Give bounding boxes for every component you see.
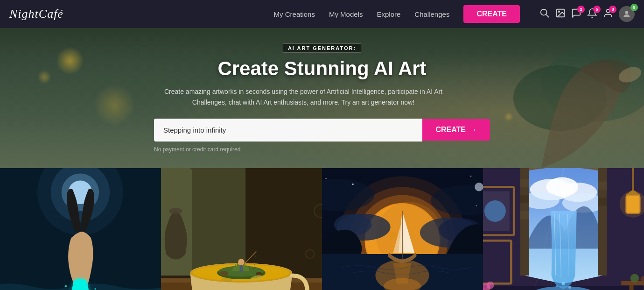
svg-point-19 <box>94 288 96 290</box>
gallery-item-1[interactable]: 5762 335 <box>0 168 161 290</box>
chat-badge: 2 <box>577 6 585 13</box>
navbar-links: My Creations My Models Explore Challenge… <box>274 5 635 23</box>
gallery-icon[interactable] <box>555 8 566 21</box>
gallery-art-1 <box>0 168 161 290</box>
gallery-item-3[interactable]: 5215 447 3 <box>322 168 483 290</box>
svg-point-71 <box>470 176 471 177</box>
avatar-badge: 5 <box>630 4 638 11</box>
svg-point-43 <box>169 208 182 214</box>
chat-icon[interactable]: 2 <box>571 8 581 21</box>
svg-point-103 <box>484 200 506 222</box>
logo[interactable]: NightCafé <box>9 7 63 21</box>
messages-icon[interactable]: 8 <box>603 8 613 21</box>
user-avatar[interactable]: 5 <box>619 6 635 22</box>
svg-rect-90 <box>520 179 529 187</box>
search-icon[interactable] <box>539 8 550 21</box>
notification-bell-icon[interactable]: 5 <box>587 8 597 21</box>
svg-point-74 <box>476 205 476 206</box>
hero-title: Create Stunning AI Art <box>154 57 490 80</box>
gallery-art-2 <box>161 168 322 290</box>
svg-line-1 <box>546 14 549 17</box>
svg-rect-91 <box>520 195 529 203</box>
arrow-right-icon: → <box>469 126 477 134</box>
svg-rect-93 <box>598 182 607 190</box>
profile-badge: 8 <box>609 6 616 13</box>
hero-tag: AI ART GENERATOR: <box>283 43 361 53</box>
hero-create-button[interactable]: CREATE → <box>422 119 490 141</box>
svg-point-3 <box>558 11 560 12</box>
gallery-art-4 <box>483 168 644 290</box>
gallery-art-3 <box>322 168 483 290</box>
svg-rect-94 <box>598 198 607 205</box>
navbar: NightCafé My Creations My Models Explore… <box>0 0 644 28</box>
bokeh-2 <box>37 70 51 84</box>
hero-note: No payment or credit card required <box>154 146 490 153</box>
gallery: 5762 335 <box>0 168 644 290</box>
hero-section: AI ART GENERATOR: Create Stunning AI Art… <box>0 28 644 168</box>
art-prompt-input[interactable] <box>154 119 422 141</box>
hero-subtitle: Create amazing artworks in seconds using… <box>154 86 453 107</box>
navbar-create-button[interactable]: CREATE <box>463 5 520 23</box>
svg-point-75 <box>475 183 483 191</box>
svg-rect-107 <box>629 285 633 290</box>
svg-point-33 <box>220 271 228 276</box>
svg-point-116 <box>556 285 558 288</box>
nav-challenges[interactable]: Challenges <box>414 10 449 18</box>
hero-search-row: CREATE → <box>154 119 490 141</box>
svg-point-5 <box>625 11 629 14</box>
nav-explore[interactable]: Explore <box>377 10 400 18</box>
svg-point-69 <box>325 178 326 179</box>
gallery-item-2[interactable]: 5509 373 4 <box>161 168 322 290</box>
svg-point-117 <box>568 286 571 289</box>
svg-point-0 <box>541 9 547 15</box>
svg-point-113 <box>486 282 494 289</box>
gallery-item-4[interactable]: 5082 450 2 <box>483 168 644 290</box>
nav-my-models[interactable]: My Models <box>329 10 363 18</box>
hero-create-label: CREATE <box>435 126 466 134</box>
svg-rect-36 <box>239 265 243 272</box>
svg-point-18 <box>65 285 67 288</box>
svg-rect-92 <box>520 211 529 219</box>
bokeh-1 <box>56 47 84 75</box>
navbar-icons: 2 5 8 <box>539 6 635 22</box>
hero-content: AI ART GENERATOR: Create Stunning AI Art… <box>145 43 499 153</box>
svg-point-109 <box>630 274 639 283</box>
nav-my-creations[interactable]: My Creations <box>274 10 315 18</box>
svg-point-115 <box>561 282 565 285</box>
svg-rect-104 <box>483 243 509 281</box>
bokeh-3 <box>93 84 135 126</box>
svg-point-70 <box>352 184 353 185</box>
notification-badge: 5 <box>593 6 601 13</box>
